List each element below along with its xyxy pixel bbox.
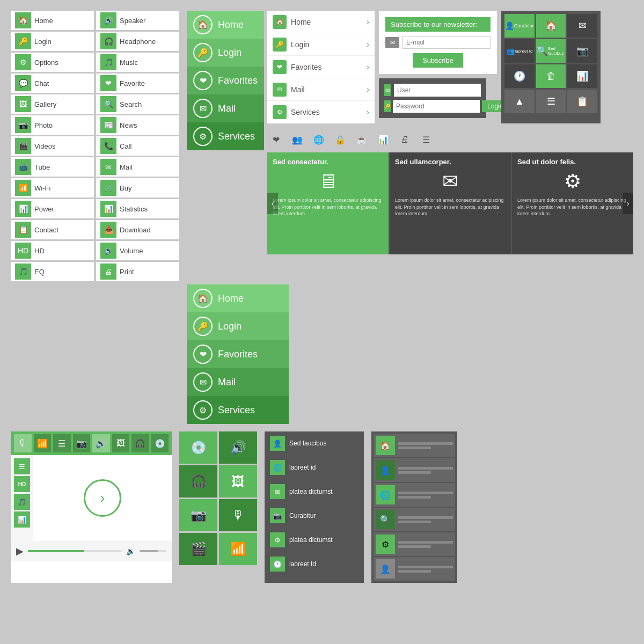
menu-item-power[interactable]: 📊Power — [11, 199, 94, 218]
mg-mic[interactable]: 🎙 — [219, 499, 257, 531]
menu-item-favorite[interactable]: ❤Favorite — [96, 74, 179, 93]
compact-favorites[interactable]: ❤Favorites › — [267, 56, 375, 78]
carousel-prev[interactable]: ‹ — [267, 193, 278, 214]
rl-item-2[interactable]: 👤 — [374, 458, 455, 482]
menu-item-hd[interactable]: HDHD — [11, 241, 94, 260]
dl-item-5[interactable]: ⚙ platea dictumst — [265, 528, 364, 552]
gallery-icon[interactable]: 🖼 — [112, 434, 130, 452]
nav2-login[interactable]: 🔑 Login — [187, 312, 289, 340]
volume-bar[interactable] — [140, 550, 166, 552]
menu-item-statistics[interactable]: 📊Statistics — [96, 199, 179, 218]
dl-label-5: platea dictumst — [289, 536, 333, 544]
rl-item-5[interactable]: ⚙ — [374, 532, 455, 556]
progress-fill — [28, 550, 84, 552]
menu-item-eq[interactable]: 🎵EQ — [11, 262, 94, 281]
nav-item-login[interactable]: 🔑 Login — [187, 39, 264, 67]
dl-item-6[interactable]: 🕐 laoreet Id — [265, 552, 364, 576]
nav-item-favorites[interactable]: ❤ Favorites — [187, 67, 264, 94]
compact-home-label: Home — [291, 18, 311, 26]
compact-services[interactable]: ⚙Services › — [267, 101, 375, 123]
tile-search[interactable]: 🔍Sed faucibus — [536, 39, 566, 63]
nav-item-home[interactable]: 🏠 Home — [187, 11, 264, 39]
mg-wifi[interactable]: 📶 — [219, 533, 257, 565]
tile-chart[interactable]: 📊 — [567, 64, 597, 88]
progress-bar[interactable] — [28, 550, 122, 552]
mg-disc[interactable]: 💿 — [179, 431, 217, 464]
camera-icon[interactable]: 📷 — [73, 434, 91, 452]
rl-item-3[interactable]: 🌐 — [374, 483, 455, 507]
dl-item-4[interactable]: 📷 Curabitur — [265, 504, 364, 528]
carousel-next[interactable]: › — [623, 193, 633, 214]
tile-cam[interactable]: 📷 — [567, 39, 597, 63]
headphone-icon[interactable]: 🎧 — [131, 434, 149, 452]
nav2-home[interactable]: 🏠 Home — [187, 284, 289, 312]
play-ctrl[interactable]: ▶ — [16, 545, 24, 557]
dl-item-3[interactable]: ✉ platea dictumst — [265, 480, 364, 503]
dl-item-1[interactable]: 👤 Sed faucibus — [265, 431, 364, 455]
mg-gallery[interactable]: 🖼 — [219, 465, 257, 497]
email-input[interactable] — [402, 36, 491, 49]
mg-film[interactable]: 🎬 — [179, 533, 217, 565]
menu-item-mail[interactable]: ✉Mail — [96, 157, 179, 177]
play-button[interactable]: › — [84, 479, 121, 517]
mic-icon[interactable]: 🎙 — [14, 434, 32, 452]
volume-icon[interactable]: 🔊 — [92, 434, 110, 452]
tile-people[interactable]: 👥laoreet Id — [504, 39, 535, 63]
mg-volume[interactable]: 🔊 — [219, 431, 257, 464]
menu-item-download[interactable]: 📥Download — [96, 220, 179, 239]
menu-item-speaker[interactable]: 🔊Speaker — [96, 11, 179, 30]
list-side-icon[interactable]: ☰ — [14, 458, 30, 474]
mg-camera[interactable]: 📷 — [179, 499, 217, 531]
eq-side-icon[interactable]: 🎵 — [14, 494, 30, 510]
list-icon[interactable]: ☰ — [53, 434, 71, 452]
nav2-services[interactable]: ⚙ Services — [187, 396, 289, 424]
rl-item-4[interactable]: 🔍 — [374, 508, 455, 531]
menu-item-wi-fi[interactable]: 📶Wi-Fi — [11, 178, 94, 197]
tile-triangle[interactable]: ▲ — [504, 90, 535, 113]
tile-lines[interactable]: ☰ — [536, 90, 566, 113]
menu-item-photo[interactable]: 📷Photo — [11, 115, 94, 135]
menu-item-chat[interactable]: 💬Chat — [11, 74, 94, 93]
nav-item-services[interactable]: ⚙ Services — [187, 122, 264, 150]
menu-item-buy[interactable]: 🛒Buy — [96, 178, 179, 197]
menu-item-login[interactable]: 🔑Login — [11, 32, 94, 51]
menu-item-music[interactable]: 🎵Music — [96, 53, 179, 72]
tile-clock[interactable]: 🕐 — [504, 64, 535, 88]
menu-item-gallery[interactable]: 🖼Gallery — [11, 94, 94, 114]
menu-item-news[interactable]: 📰News — [96, 115, 179, 135]
menu-item-options[interactable]: ⚙Options — [11, 53, 94, 72]
chart-side-icon[interactable]: 📊 — [14, 511, 30, 528]
subscribe-button[interactable]: Subscribe — [413, 53, 463, 68]
dl-label-1: Sed faucibus — [289, 440, 326, 447]
nav2-favorites[interactable]: ❤ Favorites — [187, 340, 289, 368]
menu-item-volume[interactable]: 🔉Volume — [96, 241, 179, 260]
tile-home[interactable]: 🏠 — [536, 14, 566, 38]
wifi-icon[interactable]: 📶 — [34, 434, 52, 452]
menu-item-videos[interactable]: 🎬Videos — [11, 136, 94, 156]
password-input[interactable] — [393, 100, 480, 113]
compact-mail[interactable]: ✉Mail › — [267, 78, 375, 101]
hd-side-icon[interactable]: HD — [14, 476, 30, 492]
tile-list[interactable]: 📋 — [567, 90, 597, 113]
disc-icon[interactable]: 💿 — [151, 434, 169, 452]
dl-item-2[interactable]: 🌐 laoreet id — [265, 456, 364, 479]
menu-item-tube[interactable]: 📺Tube — [11, 157, 94, 177]
rl-item-6[interactable]: 👤 — [374, 557, 455, 581]
rl-item-1[interactable]: 🏠 — [374, 434, 455, 457]
tile-mail[interactable]: ✉ — [567, 14, 597, 38]
menu-item-home[interactable]: 🏠Home — [11, 11, 94, 30]
menu-item-headphone[interactable]: 🎧Headphone — [96, 32, 179, 51]
menu-item-contact[interactable]: 📋Contact — [11, 220, 94, 239]
user-input[interactable] — [394, 84, 481, 97]
menu-item-call[interactable]: 📞Call — [96, 136, 179, 156]
menu-item-search[interactable]: 🔍Search — [96, 94, 179, 114]
tile-user[interactable]: 👤Curabitur — [504, 14, 535, 38]
menu-item-print[interactable]: 🖨Print — [96, 262, 179, 281]
compact-home[interactable]: 🏠Home › — [267, 11, 375, 33]
nav-item-mail[interactable]: ✉ Mail — [187, 94, 264, 122]
mg-headphone[interactable]: 🎧 — [179, 465, 217, 497]
tile-trash[interactable]: 🗑 — [536, 64, 566, 88]
volume-ctrl[interactable]: 🔉 — [126, 547, 135, 555]
compact-login[interactable]: 🔑Login › — [267, 33, 375, 56]
nav2-mail[interactable]: ✉ Mail — [187, 368, 289, 396]
